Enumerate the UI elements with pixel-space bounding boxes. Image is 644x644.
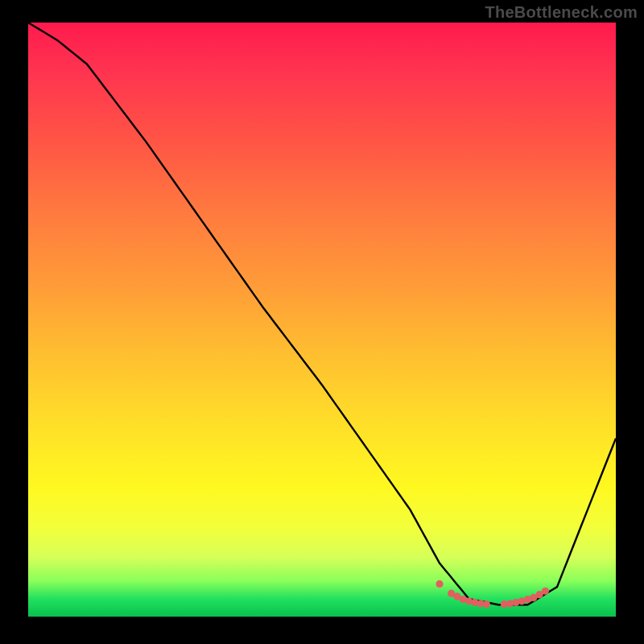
marker-dot <box>483 601 490 608</box>
marker-dot <box>436 580 443 588</box>
watermark-text: TheBottleneck.com <box>485 3 638 22</box>
marker-dot <box>542 588 549 595</box>
chart-frame: TheBottleneck.com <box>0 0 644 644</box>
curve-path <box>28 23 616 605</box>
bottleneck-curve <box>28 23 616 605</box>
plot-area <box>28 23 616 617</box>
chart-svg <box>28 23 616 617</box>
